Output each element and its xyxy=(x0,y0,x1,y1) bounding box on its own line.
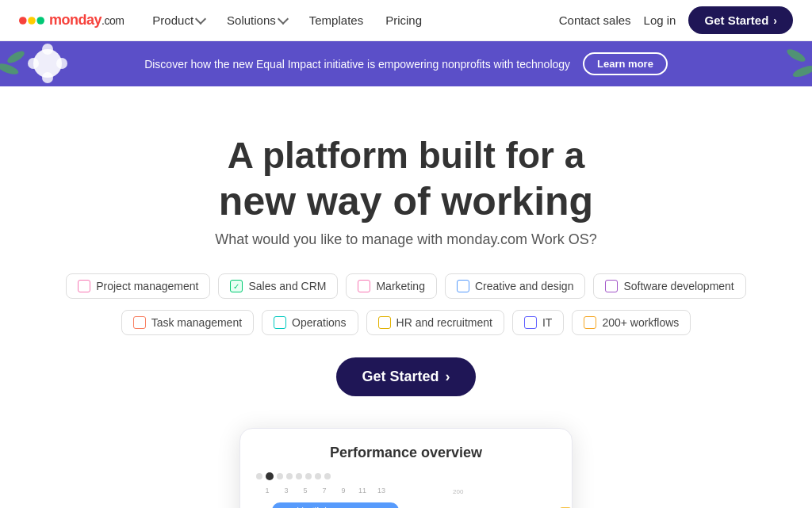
arrow-icon: › xyxy=(446,369,450,385)
nav-links: Product Solutions Templates Pricing xyxy=(143,9,558,32)
cta-row: Get Started › xyxy=(16,357,796,396)
checkbox-operations xyxy=(274,316,286,329)
nav-right: Contact sales Log in Get Started › xyxy=(559,6,793,34)
chip-operations[interactable]: Operations xyxy=(262,310,358,335)
dot xyxy=(315,473,321,479)
logo-icon xyxy=(19,13,44,29)
get-started-nav-button[interactable]: Get Started › xyxy=(688,6,793,34)
chip-hr-recruitment[interactable]: HR and recruitment xyxy=(366,310,504,335)
chips-row-1: Project management Sales and CRM Marketi… xyxy=(16,273,796,299)
checkbox-workflows xyxy=(584,316,596,329)
nav-templates[interactable]: Templates xyxy=(300,9,373,32)
chip-task-management[interactable]: Task management xyxy=(121,310,254,335)
bar-chart-groups xyxy=(465,487,573,508)
checkbox-software-dev xyxy=(605,280,618,292)
gantt-dots xyxy=(256,472,556,480)
banner-text: Discover how the new Equal Impact initia… xyxy=(144,58,570,71)
svg-point-1 xyxy=(28,17,36,25)
nav-product[interactable]: Product xyxy=(143,9,214,32)
chip-project-management[interactable]: Project management xyxy=(66,273,210,299)
dot xyxy=(256,473,262,479)
chevron-down-icon xyxy=(195,13,206,25)
logo-text: monday.com xyxy=(49,12,124,29)
dot xyxy=(324,473,331,479)
hero-subtitle: What would you like to manage with monda… xyxy=(16,231,796,248)
get-started-main-button[interactable]: Get Started › xyxy=(336,357,475,396)
chip-sales-crm[interactable]: Sales and CRM xyxy=(218,273,338,299)
chip-it[interactable]: IT xyxy=(512,310,564,335)
gantt-row-1: Identify key resources xyxy=(256,499,442,508)
svg-point-10 xyxy=(785,47,807,64)
checkbox-sales-crm xyxy=(230,280,243,292)
svg-point-5 xyxy=(42,72,53,83)
svg-point-7 xyxy=(56,58,67,69)
hero-section: A platform built for a new way of workin… xyxy=(0,86,812,508)
svg-point-8 xyxy=(6,49,26,66)
checkbox-marketing xyxy=(358,280,370,292)
svg-point-2 xyxy=(36,17,44,25)
chips-row-2: Task management Operations HR and recrui… xyxy=(16,310,796,335)
nav-solutions[interactable]: Solutions xyxy=(217,9,297,32)
chip-creative-design[interactable]: Creative and design xyxy=(445,273,586,299)
gantt-chart: 1 3 5 7 9 11 13 Identify key resources R… xyxy=(256,487,442,508)
main-nav: monday.com Product Solutions Templates P… xyxy=(0,0,812,41)
contact-sales-link[interactable]: Contact sales xyxy=(559,13,631,27)
banner-learn-more-button[interactable]: Learn more xyxy=(583,52,668,75)
checkbox-it xyxy=(524,316,537,329)
hero-title: A platform built for a new way of workin… xyxy=(16,134,796,225)
dot xyxy=(277,473,283,479)
dot xyxy=(286,473,293,479)
svg-point-9 xyxy=(0,62,20,77)
dashboard-inner: 1 3 5 7 9 11 13 Identify key resources R… xyxy=(256,487,556,508)
login-link[interactable]: Log in xyxy=(644,13,676,27)
gantt-bar-blue: Identify key resources xyxy=(272,502,399,508)
dashboard-title: Performance overview xyxy=(256,445,556,461)
gantt-header: 1 3 5 7 9 11 13 xyxy=(256,487,442,495)
svg-point-11 xyxy=(791,63,812,79)
svg-point-0 xyxy=(19,17,27,25)
checkbox-hr-recruitment xyxy=(378,316,391,329)
promo-banner: Discover how the new Equal Impact initia… xyxy=(0,41,812,86)
arrow-icon: › xyxy=(773,14,777,27)
checkbox-project-management xyxy=(78,280,90,292)
svg-point-4 xyxy=(42,44,53,55)
dashboard-card: Performance overview 1 3 5 xyxy=(239,428,573,508)
banner-decoration-left xyxy=(0,41,95,86)
chip-marketing[interactable]: Marketing xyxy=(346,273,436,299)
bar-chart: 200 150 100 50 xyxy=(453,487,556,508)
banner-decoration-right xyxy=(717,41,812,86)
chip-software-dev[interactable]: Software development xyxy=(593,273,745,299)
chevron-down-icon xyxy=(278,13,289,25)
checkbox-task-management xyxy=(133,316,146,329)
dot xyxy=(305,473,312,479)
dot-active xyxy=(266,472,274,480)
logo[interactable]: monday.com xyxy=(19,12,124,29)
nav-pricing[interactable]: Pricing xyxy=(376,9,431,32)
checkbox-creative-design xyxy=(457,280,469,292)
dot xyxy=(296,473,302,479)
dashboard-preview: Performance overview 1 3 5 xyxy=(16,428,796,508)
svg-point-6 xyxy=(28,58,39,69)
chip-workflows[interactable]: 200+ workflows xyxy=(572,310,691,335)
